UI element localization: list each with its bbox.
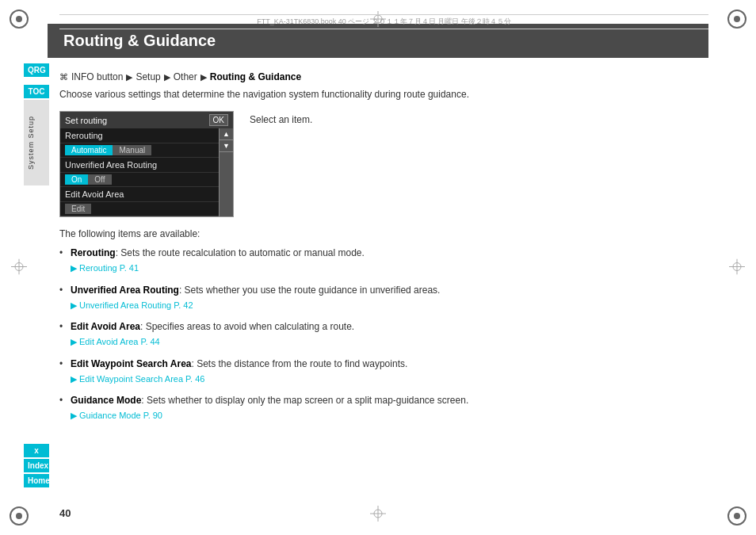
item-desc-guidance-mode: : Sets whether to display only the map s… <box>141 395 468 406</box>
edit-btn[interactable]: Edit <box>65 204 91 214</box>
unverified-label: Unverified Area Routing <box>65 160 157 170</box>
crosshair-left <box>11 258 27 277</box>
list-item-unverified: Unverified Area Routing: Sets whether yo… <box>59 283 708 312</box>
rerouting-manual-btn[interactable]: Manual <box>113 145 151 155</box>
screen-row-rerouting-toggle: Automatic Manual <box>60 143 219 158</box>
tab-system-setup[interactable]: System Setup <box>24 100 49 185</box>
crosshair-right <box>729 258 745 277</box>
item-name-edit-avoid: Edit Avoid Area <box>71 321 140 332</box>
screen-row-edit-avoid-label: Edit Avoid Area <box>60 187 219 202</box>
link-text-guidance-mode: Guidance Mode P. 90 <box>79 409 162 422</box>
crosshair-bottom <box>370 506 386 524</box>
screen-row-rerouting-label: Rerouting <box>60 128 219 143</box>
item-desc-rerouting: : Sets the route recalculation to automa… <box>116 247 365 258</box>
item-name-guidance-mode: Guidance Mode <box>71 395 141 406</box>
link-waypoint[interactable]: ▶ Edit Waypoint Search Area P. 46 <box>71 373 708 386</box>
link-ref-icon-guidance-mode: ▶ <box>71 409 77 422</box>
scroll-down-arrow[interactable]: ▼ <box>220 140 233 152</box>
screen-rerouting-section: Rerouting Automatic Manual Unverified Ar… <box>60 128 233 216</box>
link-ref-icon-rerouting: ▶ <box>71 262 77 275</box>
item-name-waypoint: Edit Waypoint Search Area <box>71 358 191 369</box>
main-content: ⌘ INFO button ▶ Setup ▶ Other ▶ Routing … <box>59 71 708 495</box>
breadcrumb-info: INFO button <box>71 71 123 82</box>
link-rerouting[interactable]: ▶ Rerouting P. 41 <box>71 262 708 275</box>
tab-toc[interactable]: TOC <box>24 85 49 98</box>
link-text-rerouting: Rerouting P. 41 <box>79 262 139 275</box>
list-item-guidance-mode: Guidance Mode: Sets whether to display o… <box>59 393 708 422</box>
corner-decoration-bl <box>10 506 29 525</box>
link-text-waypoint: Edit Waypoint Search Area P. 46 <box>79 373 204 386</box>
screen-row-unverified-toggle: On Off <box>60 173 219 187</box>
tab-qrg[interactable]: QRG <box>24 63 49 77</box>
link-edit-avoid[interactable]: ▶ Edit Avoid Area P. 44 <box>71 335 708 349</box>
rerouting-options: Automatic Manual <box>65 145 151 155</box>
feature-list: Rerouting: Sets the route recalculation … <box>59 246 708 422</box>
breadcrumb-arrow-3: ▶ <box>200 72 207 82</box>
tab-x[interactable]: x <box>24 444 49 457</box>
screen-row-unverified-label: Unverified Area Routing <box>60 158 219 173</box>
unverified-off-btn[interactable]: Off <box>88 174 111 185</box>
page-number: 40 <box>59 507 71 519</box>
link-ref-icon-waypoint: ▶ <box>71 373 77 386</box>
breadcrumb: ⌘ INFO button ▶ Setup ▶ Other ▶ Routing … <box>59 71 708 82</box>
screen-title-bar: Set routing OK <box>60 112 233 128</box>
screen-mockup: Set routing OK Rerouting Automatic Manua… <box>59 111 234 217</box>
link-ref-icon-unverified: ▶ <box>71 299 77 312</box>
left-nav-tabs: QRG TOC System Setup <box>24 63 49 185</box>
doc-info: FTT_KA-31TK6830.book 40 ページ ２０１１年７月４日 月曜… <box>59 14 708 29</box>
page-description: Choose various settings that determine t… <box>59 87 708 101</box>
screen-ok-button[interactable]: OK <box>209 114 228 126</box>
corner-decoration-tl <box>10 10 29 29</box>
two-column-section: Set routing OK Rerouting Automatic Manua… <box>59 111 708 217</box>
link-guidance-mode[interactable]: ▶ Guidance Mode P. 90 <box>71 409 708 422</box>
breadcrumb-other: Other <box>174 71 197 82</box>
unverified-on-btn[interactable]: On <box>65 174 88 185</box>
scroll-up-arrow[interactable]: ▲ <box>220 128 233 140</box>
breadcrumb-arrow-1: ▶ <box>126 72 132 82</box>
breadcrumb-arrow-2: ▶ <box>164 72 170 82</box>
rerouting-automatic-btn[interactable]: Automatic <box>65 145 113 155</box>
link-ref-icon-edit-avoid: ▶ <box>71 335 77 349</box>
item-desc-waypoint: : Sets the distance from the route to fi… <box>191 358 407 369</box>
list-item-edit-avoid: Edit Avoid Area: Specifies areas to avoi… <box>59 319 708 349</box>
breadcrumb-current: Routing & Guidance <box>210 71 301 82</box>
unverified-options: On Off <box>65 174 112 185</box>
link-text-unverified: Unverified Area Routing P. 42 <box>79 299 193 312</box>
tab-index[interactable]: Index <box>24 459 49 472</box>
following-items-text: The following items are available: <box>59 228 708 239</box>
scroll-arrows: ▲ ▼ <box>219 128 233 216</box>
screen-title-text: Set routing <box>65 116 107 125</box>
edit-avoid-label: Edit Avoid Area <box>65 189 124 199</box>
item-desc-edit-avoid: : Specifies areas to avoid when calculat… <box>140 321 354 332</box>
corner-decoration-br <box>727 506 746 525</box>
select-item-label: Select an item. <box>250 111 312 217</box>
screen-rerouting-content: Rerouting Automatic Manual Unverified Ar… <box>60 128 219 216</box>
breadcrumb-setup: Setup <box>136 71 160 82</box>
screen-row-edit-btn: Edit <box>60 202 219 216</box>
info-icon: ⌘ <box>59 72 68 82</box>
item-name-rerouting: Rerouting <box>71 247 116 258</box>
list-item-rerouting: Rerouting: Sets the route recalculation … <box>59 246 708 275</box>
rerouting-label: Rerouting <box>65 131 103 140</box>
bottom-nav-tabs: x Index Home <box>24 444 49 487</box>
corner-decoration-tr <box>727 10 746 29</box>
item-name-unverified: Unverified Area Routing <box>71 285 179 296</box>
item-desc-unverified: : Sets whether you use the route guidanc… <box>179 285 441 296</box>
tab-home[interactable]: Home <box>24 474 49 487</box>
header-title-text: Routing & Guidance <box>63 32 216 50</box>
link-unverified[interactable]: ▶ Unverified Area Routing P. 42 <box>71 299 708 312</box>
link-text-edit-avoid: Edit Avoid Area P. 44 <box>79 335 160 349</box>
list-item-waypoint: Edit Waypoint Search Area: Sets the dist… <box>59 357 708 386</box>
